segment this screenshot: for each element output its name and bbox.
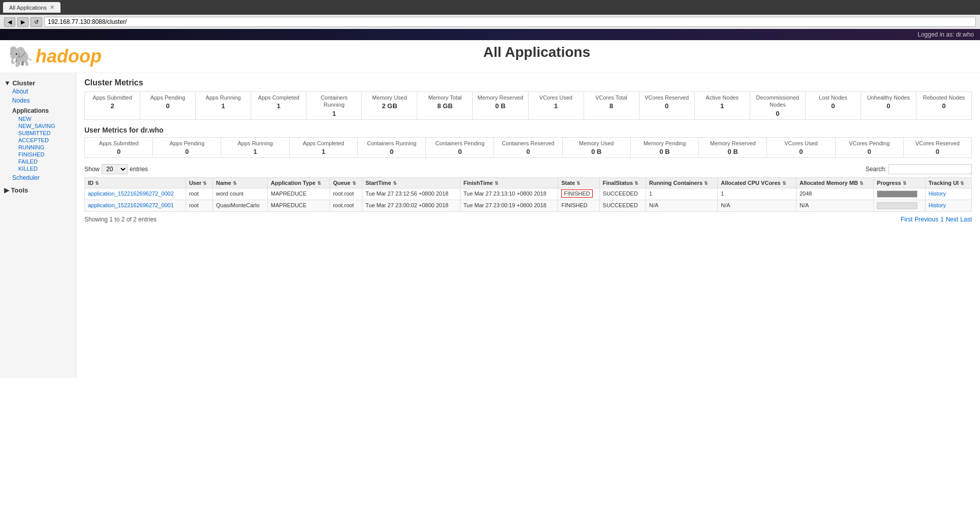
nav-refresh-button[interactable]: ↺ xyxy=(30,17,42,27)
cell-queue: root.root xyxy=(330,200,362,211)
top-bar: Logged in as: dr.who xyxy=(0,29,980,40)
col-start-time[interactable]: StartTime ⇅ xyxy=(362,177,460,188)
cluster-metric-item: Memory Used2 GB xyxy=(362,92,417,119)
sidebar-sub-running[interactable]: RUNNING xyxy=(4,144,72,151)
pagination-page[interactable]: 1 xyxy=(940,216,944,223)
nav-forward-button[interactable]: ▶ xyxy=(17,17,28,27)
app-id-link[interactable]: application_1522162696272_0002 xyxy=(88,190,174,197)
col-queue[interactable]: Queue ⇅ xyxy=(330,177,362,188)
cluster-menu-toggle[interactable]: ▼ Cluster xyxy=(4,79,72,87)
metric-label: Apps Pending xyxy=(144,94,191,101)
sidebar-sub-finished[interactable]: FINISHED xyxy=(4,151,72,158)
cell-allocated-memory: N/A xyxy=(796,200,873,211)
search-input[interactable] xyxy=(889,164,972,174)
metric-label: Lost Nodes xyxy=(810,94,856,101)
user-metric-value: 0 B xyxy=(567,148,626,155)
sidebar-sub-new[interactable]: NEW xyxy=(4,115,72,122)
col-progress[interactable]: Progress ⇅ xyxy=(873,177,925,188)
pagination-first[interactable]: First xyxy=(901,216,912,223)
col-name[interactable]: Name ⇅ xyxy=(213,177,268,188)
user-metric-label: VCores Reserved xyxy=(908,140,967,147)
metric-label: Decommissioned Nodes xyxy=(754,94,801,109)
pagination-previous[interactable]: Previous xyxy=(914,216,938,223)
applications-subsection: Applications NEW NEW_SAVING SUBMITTED AC… xyxy=(4,105,72,173)
col-tracking-ui[interactable]: Tracking UI ⇅ xyxy=(925,177,971,188)
metric-value: 0 xyxy=(921,102,967,110)
cell-progress xyxy=(873,188,925,200)
cell-finish-time: Tue Mar 27 23:00:19 +0800 2018 xyxy=(460,200,558,211)
col-finish-time[interactable]: FinishTime ⇅ xyxy=(460,177,558,188)
col-allocated-memory[interactable]: Allocated Memory MB ⇅ xyxy=(796,177,873,188)
search-box: Search: xyxy=(866,164,972,174)
metric-label: Containers Running xyxy=(311,94,357,109)
sidebar-item-applications[interactable]: Applications xyxy=(4,106,72,115)
user-metric-label: Apps Running xyxy=(225,140,285,147)
user-metric-value: 0 xyxy=(362,148,421,155)
page-title: All Applications xyxy=(102,44,972,60)
pagination-last[interactable]: Last xyxy=(960,216,972,223)
tracking-ui-link[interactable]: History xyxy=(929,202,946,208)
sidebar-sub-killed[interactable]: KILLED xyxy=(4,165,72,172)
metric-value: 0 xyxy=(754,110,801,117)
metric-value: 0 xyxy=(144,102,191,110)
col-final-status[interactable]: FinalStatus ⇅ xyxy=(599,177,646,188)
user-metrics-title: User Metrics for dr.who xyxy=(84,126,972,134)
address-bar[interactable] xyxy=(44,17,976,27)
cluster-metrics-grid: Apps Submitted2Apps Pending0Apps Running… xyxy=(84,91,972,120)
col-state[interactable]: State ⇅ xyxy=(558,177,599,188)
cluster-metric-item: Apps Running1 xyxy=(196,92,251,119)
state-text: FINISHED xyxy=(561,202,587,208)
user-metric-value: 0 xyxy=(157,148,217,155)
sidebar-sub-failed[interactable]: FAILED xyxy=(4,158,72,165)
sidebar-item-nodes[interactable]: Nodes xyxy=(4,96,72,105)
metric-value: 1 xyxy=(255,102,302,110)
col-allocated-cpu[interactable]: Allocated CPU VCores ⇅ xyxy=(718,177,797,188)
sidebar-item-scheduler[interactable]: Scheduler xyxy=(4,173,72,182)
col-running-containers[interactable]: Running Containers ⇅ xyxy=(646,177,717,188)
user-metric-item: Containers Running0 xyxy=(358,138,426,157)
tab-close-icon[interactable]: ✕ xyxy=(50,4,54,11)
pagination: Showing 1 to 2 of 2 entries First Previo… xyxy=(84,216,972,223)
nav-back-button[interactable]: ◀ xyxy=(4,17,15,27)
logged-in-label: Logged in as: dr.who xyxy=(917,31,974,38)
metric-label: Memory Reserved xyxy=(477,94,524,101)
show-entries: Show 20 50 100 entries xyxy=(84,164,148,174)
user-metric-label: Apps Completed xyxy=(294,140,353,147)
col-app-type[interactable]: Application Type ⇅ xyxy=(267,177,329,188)
tracking-ui-link[interactable]: History xyxy=(929,190,946,197)
user-metric-label: Apps Pending xyxy=(157,140,217,147)
tab-title: All Applications xyxy=(9,5,47,11)
col-user[interactable]: User ⇅ xyxy=(186,177,212,188)
user-metric-value: 1 xyxy=(294,148,353,155)
app-id-link[interactable]: application_1522162696272_0001 xyxy=(88,202,174,208)
progress-fill xyxy=(877,191,917,197)
user-metric-value: 0 xyxy=(840,148,899,155)
sidebar-sub-accepted[interactable]: ACCEPTED xyxy=(4,137,72,144)
pagination-next[interactable]: Next xyxy=(946,216,959,223)
metric-value: 1 xyxy=(311,110,357,117)
cell-start-time: Tue Mar 27 23:00:02 +0800 2018 xyxy=(362,200,460,211)
sidebar-sub-new-saving[interactable]: NEW_SAVING xyxy=(4,122,72,130)
sidebar-item-about[interactable]: About xyxy=(4,87,72,96)
user-metric-label: VCores Used xyxy=(771,140,831,147)
metric-label: VCores Total xyxy=(588,94,635,101)
metric-label: Apps Completed xyxy=(255,94,302,101)
metric-label: VCores Used xyxy=(533,94,579,101)
user-metric-value: 0 B xyxy=(635,148,694,155)
cell-final-status: SUCCEEDED xyxy=(599,188,646,200)
tools-menu-toggle[interactable]: ▶ Tools xyxy=(4,186,72,194)
cell-final-status: SUCCEEDED xyxy=(599,200,646,211)
col-id[interactable]: ID ⇅ xyxy=(85,177,186,188)
entries-select[interactable]: 20 50 100 xyxy=(102,164,128,174)
cluster-metric-item: Decommissioned Nodes0 xyxy=(750,92,806,119)
header-area: 🐘 hadoop All Applications xyxy=(0,40,980,73)
cell-allocated-cpu: 1 xyxy=(718,188,797,200)
cell-finish-time: Tue Mar 27 23:13:10 +0800 2018 xyxy=(460,188,558,200)
sidebar-sub-submitted[interactable]: SUBMITTED xyxy=(4,130,72,137)
browser-tab[interactable]: All Applications ✕ xyxy=(3,2,60,13)
cell-queue: root.root xyxy=(330,188,362,200)
metric-label: Memory Total xyxy=(421,94,468,101)
user-metric-item: Memory Pending0 B xyxy=(631,138,699,157)
metric-label: Unhealthy Nodes xyxy=(865,94,912,101)
table-controls: Show 20 50 100 entries Search: xyxy=(84,164,972,174)
